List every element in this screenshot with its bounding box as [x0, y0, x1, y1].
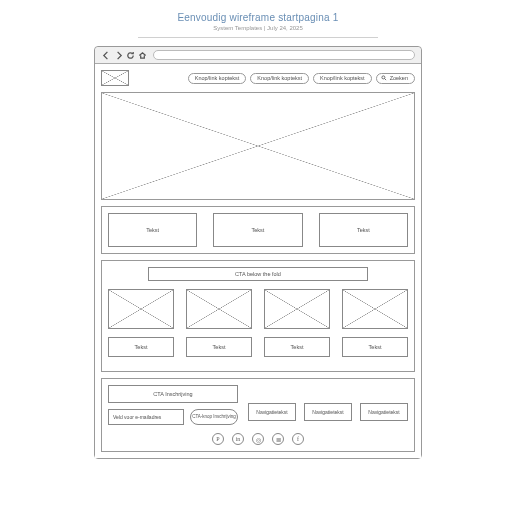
search-input[interactable]: Zoeken — [376, 73, 415, 84]
twitter-icon[interactable]: 𝌆 — [272, 433, 284, 445]
doc-meta: System Templates | July 24, 2025 — [213, 25, 303, 31]
card[interactable]: Tekst — [319, 213, 408, 247]
gallery-label[interactable]: Tekst — [186, 337, 252, 357]
image-placeholder — [108, 289, 174, 329]
cta-signup-box[interactable]: CTA Inschrijving — [108, 385, 238, 403]
cta-below-fold[interactable]: CTA below the fold — [148, 267, 368, 281]
forward-icon[interactable] — [113, 50, 123, 60]
image-placeholder — [264, 289, 330, 329]
browser-toolbar — [95, 47, 421, 64]
nav-link[interactable]: Knop/link koptekst — [188, 73, 247, 84]
gallery-label[interactable]: Tekst — [264, 337, 330, 357]
back-icon[interactable] — [101, 50, 111, 60]
signup-button[interactable]: CTA-knop Inschrijving — [190, 409, 238, 425]
browser-frame: Knop/link koptekst Knop/link koptekst Kn… — [94, 46, 422, 459]
svg-point-0 — [382, 76, 385, 79]
divider — [138, 37, 378, 38]
footer-nav[interactable]: Navigatietekst — [248, 403, 296, 421]
cards-section: Tekst Tekst Tekst — [101, 206, 415, 254]
site-header: Knop/link koptekst Knop/link koptekst Kn… — [101, 70, 415, 86]
email-field[interactable]: Veld voor e-mailadres — [108, 409, 184, 425]
card[interactable]: Tekst — [108, 213, 197, 247]
hero-image-placeholder — [101, 92, 415, 200]
instagram-icon[interactable]: ◎ — [252, 433, 264, 445]
footer-nav[interactable]: Navigatietekst — [304, 403, 352, 421]
home-icon[interactable] — [137, 50, 147, 60]
search-label: Zoeken — [390, 75, 408, 81]
image-placeholder — [186, 289, 252, 329]
gallery-section: CTA below the fold Tekst Tekst Tekst Tek… — [101, 260, 415, 372]
footer-section: CTA Inschrijving Veld voor e-mailadres C… — [101, 378, 415, 452]
facebook-icon[interactable]: f — [292, 433, 304, 445]
nav-link[interactable]: Knop/link koptekst — [250, 73, 309, 84]
url-bar[interactable] — [153, 50, 415, 60]
social-row: P in ◎ 𝌆 f — [108, 431, 408, 445]
doc-title: Eenvoudig wireframe startpagina 1 — [177, 12, 338, 23]
search-icon — [381, 75, 387, 81]
card[interactable]: Tekst — [213, 213, 302, 247]
reload-icon[interactable] — [125, 50, 135, 60]
linkedin-icon[interactable]: in — [232, 433, 244, 445]
nav-link[interactable]: Knop/link koptekst — [313, 73, 372, 84]
gallery-label[interactable]: Tekst — [108, 337, 174, 357]
logo-placeholder — [101, 70, 129, 86]
pinterest-icon[interactable]: P — [212, 433, 224, 445]
page-body: Knop/link koptekst Knop/link koptekst Kn… — [95, 64, 421, 458]
footer-nav[interactable]: Navigatietekst — [360, 403, 408, 421]
gallery-label[interactable]: Tekst — [342, 337, 408, 357]
image-placeholder — [342, 289, 408, 329]
